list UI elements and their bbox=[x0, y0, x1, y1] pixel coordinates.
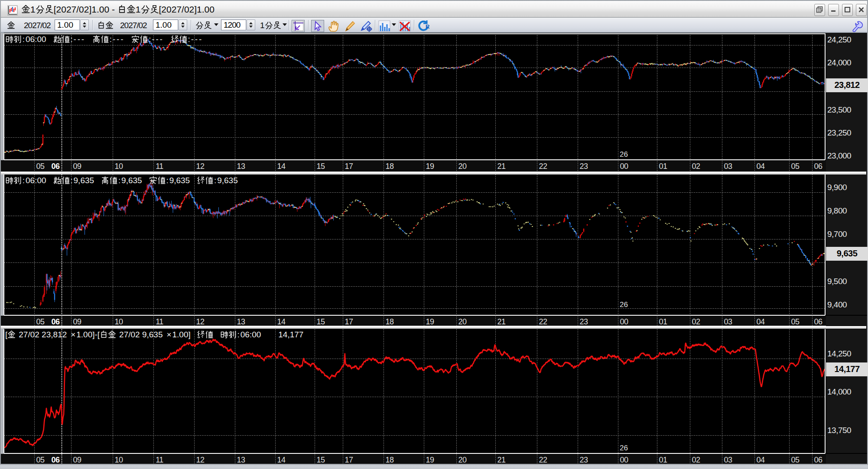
svg-text:R: R bbox=[426, 23, 430, 30]
